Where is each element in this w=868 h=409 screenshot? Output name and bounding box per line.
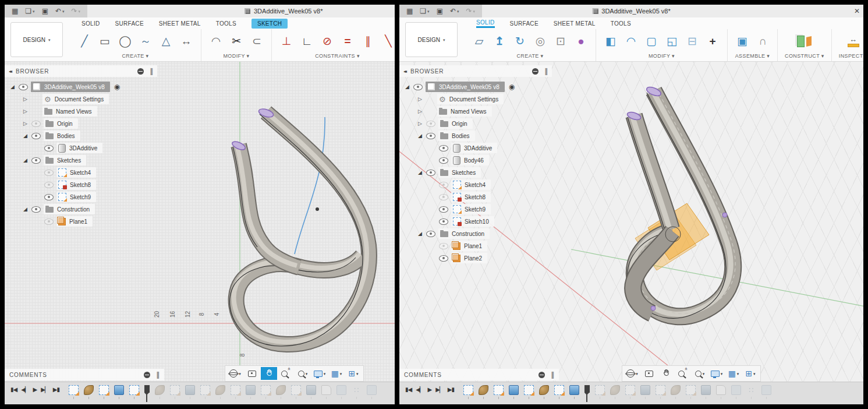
browser-row-document-settings[interactable]: ▷⚙Document Settings xyxy=(404,94,552,104)
pan-button[interactable] xyxy=(261,367,277,380)
collapse-panel-icon[interactable]: ◂◂ xyxy=(403,69,406,74)
new-file-icon[interactable]: ❏▾ xyxy=(420,8,429,15)
tab-solid[interactable]: SOLID xyxy=(82,20,100,27)
timeline-item-sketch[interactable] xyxy=(463,385,473,395)
tree-expanded-icon[interactable]: ◢ xyxy=(404,84,410,90)
offset-icon[interactable]: ⊂ xyxy=(249,32,264,51)
viewport-sketch[interactable]: 201612848 ◂◂ BROWSER ▐ ◢3DAdditive_Week0… xyxy=(5,62,395,385)
tree-expanded-icon[interactable]: ◢ xyxy=(22,133,29,139)
collapse-panel-icon[interactable]: ◂◂ xyxy=(9,69,11,74)
minimize-panel-icon[interactable] xyxy=(532,68,538,75)
app-grid-icon[interactable]: ▦ xyxy=(406,8,413,15)
visibility-on-icon[interactable] xyxy=(31,157,41,164)
timeline-item-sketch[interactable] xyxy=(494,385,504,395)
browser-row-sketch8[interactable]: Sketch8 xyxy=(9,179,157,190)
visibility-off-icon[interactable] xyxy=(439,243,448,249)
timeline-item-doc[interactable] xyxy=(321,385,331,395)
visibility-off-icon[interactable] xyxy=(44,182,54,188)
go-to-end-button[interactable]: ▶▮ xyxy=(53,386,59,394)
visibility-on-icon[interactable] xyxy=(31,133,41,139)
timeline-item-solid[interactable] xyxy=(761,385,771,395)
visibility-on-icon[interactable] xyxy=(31,206,41,213)
workspace-selector[interactable]: DESIGN ▾ xyxy=(10,22,63,57)
timeline-item-sketch[interactable] xyxy=(291,385,301,395)
group-dropdown-modify[interactable]: MODIFY ▾ xyxy=(223,53,249,61)
browser-row-named-views[interactable]: ▷Named Views xyxy=(9,106,157,117)
redo-icon[interactable]: ↷▾ xyxy=(72,8,81,15)
tube-body-2d[interactable] xyxy=(230,110,369,346)
tree-collapsed-icon[interactable]: ▷ xyxy=(417,96,423,102)
browser-row-3dadditive[interactable]: 3DAdditive xyxy=(404,143,552,153)
timeline-item-sweep[interactable] xyxy=(671,385,681,395)
save-icon[interactable]: ▣ xyxy=(42,8,48,15)
equal-constraint-icon[interactable]: = xyxy=(340,32,355,51)
tree-expanded-icon[interactable]: ◢ xyxy=(22,157,29,163)
timeline-item-sketch[interactable] xyxy=(200,385,210,395)
browser-row-sketch8[interactable]: Sketch8 xyxy=(404,192,552,202)
hole-icon[interactable]: ◎ xyxy=(533,32,548,51)
look-at-button[interactable] xyxy=(641,367,657,380)
tab-sheet-metal[interactable]: SHEET METAL xyxy=(159,20,201,27)
tree-collapsed-icon[interactable]: ▷ xyxy=(22,108,29,114)
browser-row-3dadditive-week05-v8[interactable]: ◢3DAdditive_Week05 v8◉ xyxy=(404,82,552,92)
browser-row-3dadditive[interactable]: 3DAdditive xyxy=(9,143,157,153)
browser-row-sketch4[interactable]: Sketch4 xyxy=(9,167,157,178)
step-forward-button[interactable]: ▶▏ xyxy=(435,386,443,394)
timeline-item-sketch[interactable] xyxy=(625,385,635,395)
timeline-item-extrude[interactable] xyxy=(640,385,650,395)
tube-body-3d[interactable] xyxy=(628,88,735,318)
timeline-item-sketch[interactable] xyxy=(129,385,139,395)
grid-display-button[interactable]: ▦▾ xyxy=(328,367,345,380)
timeline-item-doc[interactable] xyxy=(716,385,726,395)
viewports-button[interactable]: ⊞▾ xyxy=(345,367,362,380)
visibility-on-icon[interactable] xyxy=(439,255,448,262)
visibility-on-icon[interactable] xyxy=(439,206,448,213)
visibility-off-icon[interactable] xyxy=(44,170,54,176)
tab-surface[interactable]: SURFACE xyxy=(115,20,144,27)
orbit-button[interactable]: ▾ xyxy=(227,367,243,380)
timeline-item-sketch[interactable] xyxy=(656,385,665,395)
visibility-on-icon[interactable] xyxy=(426,170,435,176)
browser-row-sketch9[interactable]: Sketch9 xyxy=(404,204,552,214)
zoom-button[interactable]: ± xyxy=(278,367,294,380)
visibility-on-icon[interactable] xyxy=(44,145,54,151)
zoom-button[interactable]: ± xyxy=(675,367,691,380)
visibility-on-icon[interactable] xyxy=(439,218,448,225)
panel-grip-icon[interactable]: ▐ xyxy=(550,372,554,378)
tree-expanded-icon[interactable]: ◢ xyxy=(417,133,423,139)
tab-tools[interactable]: TOOLS xyxy=(216,20,236,27)
joint-icon[interactable]: ∩ xyxy=(755,32,770,51)
browser-row-sketch10[interactable]: Sketch10 xyxy=(404,216,552,227)
timeline-item-solid[interactable] xyxy=(731,385,741,395)
rectangular-pattern-icon[interactable]: ⊡ xyxy=(553,32,568,51)
panel-grip-icon[interactable]: ▐ xyxy=(155,372,160,378)
tab-sketch[interactable]: SKETCH xyxy=(251,19,288,29)
timeline-item-sketch[interactable] xyxy=(231,385,240,395)
visibility-on-icon[interactable] xyxy=(426,231,435,237)
trim-icon[interactable]: ✂ xyxy=(229,32,244,51)
browser-header[interactable]: ◂◂ BROWSER ▐ xyxy=(399,65,552,77)
tab-tools[interactable]: TOOLS xyxy=(611,20,631,27)
zoom-window-button[interactable]: ▾ xyxy=(692,367,708,380)
group-dropdown-constraints[interactable]: CONSTRAINTS ▾ xyxy=(315,53,360,61)
visibility-on-icon[interactable] xyxy=(413,84,423,90)
browser-row-sketch9[interactable]: Sketch9 xyxy=(9,192,157,202)
spline-point[interactable] xyxy=(316,207,319,211)
timeline-item-extrude[interactable] xyxy=(509,385,519,395)
browser-row-plane1[interactable]: Plane1 xyxy=(404,241,552,251)
visibility-on-icon[interactable] xyxy=(426,133,435,139)
zoom-window-button[interactable]: ▾ xyxy=(295,367,311,380)
revolve-icon[interactable]: ↻ xyxy=(512,32,527,51)
workspace-selector[interactable]: DESIGN ▾ xyxy=(405,22,458,57)
step-back-button[interactable]: ◀▏ xyxy=(416,386,423,394)
timeline-item-sketch[interactable] xyxy=(99,385,109,395)
app-grid-icon[interactable]: ▦ xyxy=(12,8,18,15)
browser-row-plane1[interactable]: Plane1 xyxy=(9,216,157,227)
timeline-item-sketch[interactable] xyxy=(554,385,564,395)
activate-component-icon[interactable]: ◉ xyxy=(114,83,120,91)
timeline-item-solid[interactable] xyxy=(336,385,346,395)
timeline-item-sweep[interactable] xyxy=(539,385,549,395)
browser-row-bodies[interactable]: ◢Bodies xyxy=(9,131,157,141)
panel-grip-icon[interactable]: ▐ xyxy=(148,68,153,75)
tree-expanded-icon[interactable]: ◢ xyxy=(9,84,16,90)
